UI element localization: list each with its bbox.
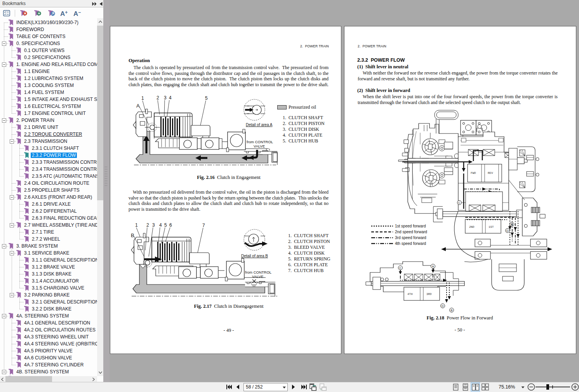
- svg-text:VALVE: VALVE: [252, 274, 263, 279]
- svg-text:C: C: [399, 266, 402, 270]
- svg-text:3RD: 3RD: [426, 293, 432, 296]
- svg-text:3: 3: [152, 222, 155, 228]
- svg-text:3: 3: [164, 95, 167, 101]
- svg-text:4: 4: [159, 222, 162, 228]
- svg-text:C: C: [458, 201, 461, 205]
- svg-text:from CONTROL: from CONTROL: [245, 270, 271, 274]
- svg-text:D: D: [442, 304, 444, 308]
- svg-text:A: A: [432, 265, 434, 268]
- svg-text:6: 6: [169, 222, 172, 228]
- svg-text:2ND: 2ND: [469, 225, 475, 229]
- svg-text:2: 2: [146, 222, 149, 228]
- svg-text:D: D: [506, 229, 509, 232]
- svg-text:Detail of area A: Detail of area A: [246, 123, 273, 127]
- svg-text:Detail of area B: Detail of area B: [241, 254, 268, 258]
- svg-text:4: 4: [169, 95, 172, 101]
- svg-text:5: 5: [164, 222, 167, 228]
- svg-text:from CONTROL: from CONTROL: [247, 140, 273, 144]
- svg-text:A: A: [136, 103, 140, 109]
- svg-text:4TH: 4TH: [407, 293, 413, 296]
- svg-text:2: 2: [156, 95, 159, 101]
- svg-text:VALVE: VALVE: [254, 144, 265, 148]
- svg-text:1ST: 1ST: [489, 225, 494, 229]
- svg-text:FWD: FWD: [471, 172, 476, 175]
- svg-text:7: 7: [202, 223, 205, 228]
- svg-text:REV: REV: [488, 172, 493, 175]
- svg-text:1: 1: [135, 222, 138, 228]
- svg-text:5: 5: [205, 95, 208, 101]
- svg-text:B: B: [131, 232, 134, 238]
- svg-text:B: B: [450, 309, 452, 312]
- svg-text:1: 1: [141, 95, 144, 101]
